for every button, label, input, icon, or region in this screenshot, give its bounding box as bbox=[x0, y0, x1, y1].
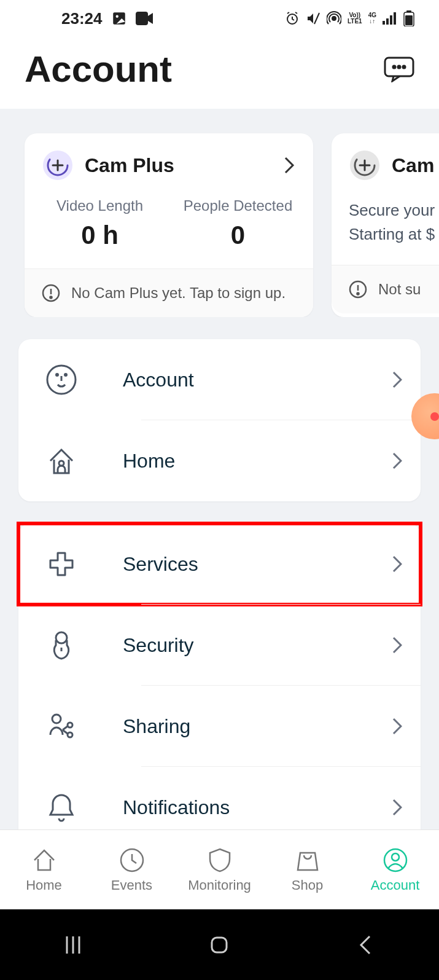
svg-point-1 bbox=[115, 15, 118, 18]
stat-people-detected: People Detected 0 bbox=[169, 197, 307, 250]
svg-point-33 bbox=[68, 732, 72, 737]
chevron-right-icon bbox=[392, 452, 402, 469]
menu-item-home[interactable]: Home bbox=[18, 420, 421, 501]
page-header: Account bbox=[0, 37, 439, 109]
battery-icon bbox=[403, 10, 414, 26]
svg-rect-7 bbox=[386, 18, 389, 25]
hotspot-icon bbox=[327, 11, 341, 26]
shield-icon bbox=[206, 847, 233, 874]
plus-rounded-icon bbox=[43, 546, 80, 582]
recent-apps-button[interactable] bbox=[61, 933, 85, 957]
nav-monitoring[interactable]: Monitoring bbox=[176, 830, 263, 909]
status-arrows: ↓↑ bbox=[369, 18, 375, 25]
chevron-right-icon bbox=[392, 371, 402, 388]
card-title: Cam bbox=[392, 154, 434, 177]
svg-rect-8 bbox=[390, 15, 392, 25]
cam-plus-card[interactable]: Cam Plus Video Length 0 h People Detecte… bbox=[25, 133, 313, 317]
promo-cards-row: Cam Plus Video Length 0 h People Detecte… bbox=[0, 109, 439, 317]
plus-circle-icon bbox=[350, 151, 379, 180]
chevron-right-icon bbox=[284, 156, 295, 174]
bottom-nav: Home Events Monitoring Shop Account bbox=[0, 829, 439, 909]
stat-video-length: Video Length 0 h bbox=[31, 197, 169, 250]
plus-circle-icon bbox=[43, 151, 72, 180]
nav-account[interactable]: Account bbox=[351, 830, 439, 909]
card-footer-text: No Cam Plus yet. Tap to sign up. bbox=[71, 284, 286, 302]
svg-point-5 bbox=[332, 17, 336, 20]
menu-group-settings: Services Security Sharing Notifications bbox=[18, 523, 421, 848]
bell-icon bbox=[43, 789, 80, 826]
svg-rect-2 bbox=[136, 12, 148, 25]
status-bar: 23:24 Vo)) LTE1 4G ↓↑ bbox=[0, 0, 439, 37]
nav-events[interactable]: Events bbox=[88, 830, 176, 909]
menu-item-security[interactable]: Security bbox=[18, 605, 421, 686]
svg-point-31 bbox=[52, 715, 61, 723]
status-lte: LTE1 bbox=[348, 18, 362, 25]
svg-line-4 bbox=[314, 13, 319, 24]
home-person-icon bbox=[43, 442, 80, 479]
svg-rect-12 bbox=[405, 15, 413, 25]
svg-point-24 bbox=[357, 293, 359, 295]
card-footer-text: Not su bbox=[378, 281, 421, 298]
menu-item-services[interactable]: Services bbox=[18, 523, 421, 605]
person-circle-icon bbox=[382, 847, 409, 874]
chevron-right-icon bbox=[392, 799, 402, 816]
svg-point-14 bbox=[393, 66, 395, 68]
back-button[interactable] bbox=[354, 933, 378, 957]
chevron-right-icon bbox=[392, 555, 402, 573]
svg-point-26 bbox=[56, 374, 58, 376]
svg-point-32 bbox=[68, 723, 72, 727]
chevron-right-icon bbox=[392, 718, 402, 735]
chat-icon[interactable] bbox=[384, 57, 414, 82]
home-icon bbox=[31, 847, 58, 874]
alarm-icon bbox=[285, 11, 300, 26]
lock-icon bbox=[43, 627, 80, 664]
info-icon bbox=[42, 284, 60, 302]
image-icon bbox=[111, 10, 127, 26]
svg-rect-40 bbox=[212, 938, 227, 952]
share-person-icon bbox=[43, 708, 80, 745]
svg-point-27 bbox=[65, 374, 67, 376]
page-title: Account bbox=[25, 48, 172, 90]
nav-home[interactable]: Home bbox=[0, 830, 88, 909]
android-system-nav bbox=[0, 909, 439, 980]
menu-item-sharing[interactable]: Sharing bbox=[18, 686, 421, 767]
menu-item-account[interactable]: Account bbox=[18, 339, 421, 420]
menu-group-profile: Account Home bbox=[18, 339, 421, 501]
svg-point-15 bbox=[398, 66, 400, 68]
clock-icon bbox=[118, 847, 146, 874]
svg-rect-9 bbox=[394, 12, 396, 25]
svg-rect-6 bbox=[383, 21, 385, 25]
smiley-icon bbox=[43, 361, 80, 398]
bag-icon bbox=[294, 847, 321, 874]
info-icon bbox=[349, 280, 367, 299]
svg-point-36 bbox=[392, 853, 399, 861]
card-title: Cam Plus bbox=[85, 154, 174, 177]
home-button[interactable] bbox=[207, 933, 231, 957]
signal-icon bbox=[383, 12, 397, 25]
mute-icon bbox=[306, 11, 321, 26]
svg-point-20 bbox=[50, 297, 52, 299]
nav-shop[interactable]: Shop bbox=[263, 830, 351, 909]
chevron-right-icon bbox=[392, 637, 402, 654]
cam-protect-card[interactable]: Cam Secure your Starting at $ Not su bbox=[332, 133, 439, 317]
svg-point-16 bbox=[403, 66, 405, 68]
svg-point-29 bbox=[56, 632, 67, 643]
card-body-text: Secure your Starting at $ bbox=[332, 186, 439, 265]
status-time: 23:24 bbox=[61, 9, 103, 28]
video-icon bbox=[136, 12, 154, 25]
